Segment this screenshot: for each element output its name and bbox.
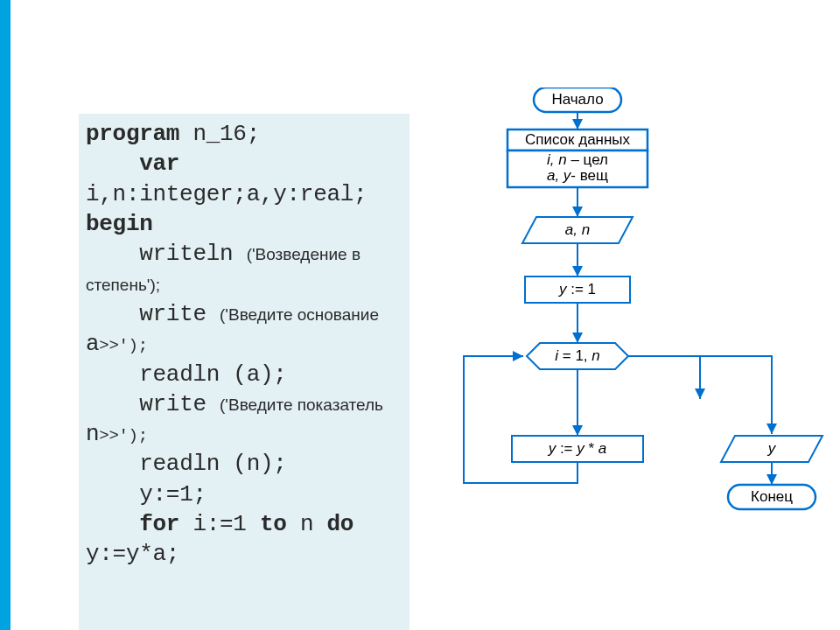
code-line: y:=y*a; [86,539,402,569]
flow-loop-label: i = 1, n [555,347,600,364]
code-line: i,n:integer;a,y:real; [86,179,402,209]
code-str: >>'); [99,426,148,445]
kw-begin: begin [86,211,153,237]
flow-start-label: Начало [551,91,603,108]
code-line: writeln ('Возведение в степень'); [86,239,402,299]
code-str: ('Введите основание [220,305,383,324]
code-text: writeln [86,241,247,267]
code-line: readln (a); [86,360,402,389]
code-line: begin [86,209,402,239]
code-line: var [86,149,402,178]
flow-end-label: Конец [751,488,793,505]
kw-program: program [86,121,179,147]
code-str: >>'); [99,336,148,355]
code-str: ('Введите показатель [220,396,388,414]
code-text: readln (n); [86,451,287,477]
flow-body-label: y := y * a [548,440,607,457]
kw-do: do [327,511,354,537]
code-line: for i:=1 to n do [86,509,402,539]
code-text: n [287,511,327,537]
code-text: n [86,421,99,447]
code-text [86,511,139,537]
code-text: y:=1; [86,481,206,508]
accent-strip [0,0,10,630]
code-line: program n_16; [86,119,402,149]
flow-datalist-l1: i, n – цел [547,151,608,168]
kw-to: to [260,511,287,537]
kw-var: var [86,150,179,177]
code-line: y:=1; [86,480,402,509]
code-text: y:=y*a; [86,541,179,567]
code-text: i,n:integer;a,y:real; [86,181,367,207]
code-line: write ('Введите показатель n>>'); [86,389,402,450]
code-text: write [86,391,220,417]
flow-output-label: y [767,440,777,457]
flow-input-label: a, n [565,221,590,238]
code-text: write [86,301,220,327]
code-text: readln (a); [86,361,287,388]
code-text: n_16; [179,121,260,147]
flow-datalist-title: Список данных [525,131,631,148]
flow-assign1-label: y := 1 [558,281,596,298]
code-line: write ('Введите основание a>>'); [86,299,402,360]
code-text: i:=1 [179,511,260,537]
code-panel: program n_16; var i,n:integer;a,y:real; … [79,114,410,630]
code-line: readln (n); [86,449,402,479]
flowchart: Начало Список данных i, n – цел a, y- ве… [429,88,840,630]
flow-datalist-l2: a, y- вещ [547,167,608,184]
code-text: a [86,331,99,357]
kw-for: for [139,511,179,537]
